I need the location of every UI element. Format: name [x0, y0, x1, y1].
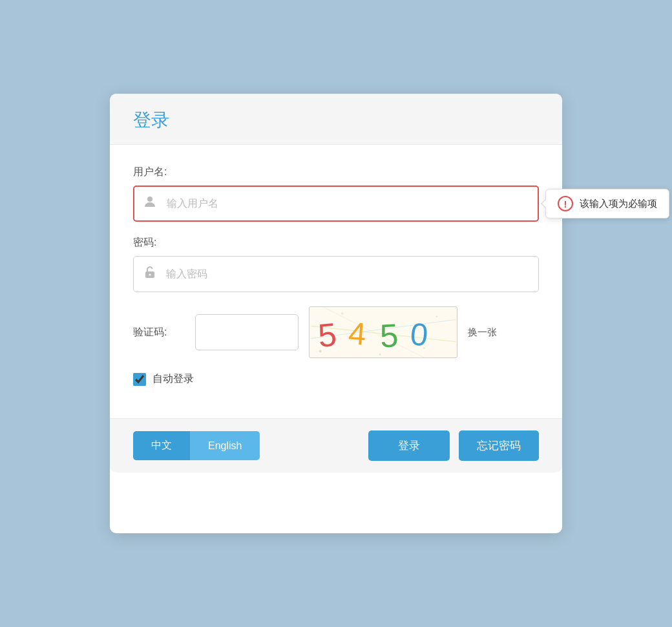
username-input[interactable] [133, 186, 539, 222]
card-header: 登录 [110, 94, 562, 145]
svg-point-8 [436, 315, 437, 317]
password-input-wrapper [133, 256, 539, 292]
svg-text:5: 5 [317, 316, 338, 354]
svg-text:4: 4 [348, 315, 368, 352]
username-tooltip-wrapper: ! 该输入项为必输项 [133, 186, 539, 222]
error-tooltip: ! 该输入项为必输项 [545, 189, 669, 218]
captcha-refresh-button[interactable]: 换一张 [468, 326, 497, 339]
login-button[interactable]: 登录 [368, 430, 450, 461]
action-group: 登录 忘记密码 [368, 430, 539, 461]
password-input[interactable] [133, 256, 539, 292]
username-input-wrapper [133, 186, 539, 222]
error-message: 该输入项为必输项 [580, 198, 657, 210]
page-title: 登录 [133, 110, 169, 130]
card-footer: 中文 English 登录 忘记密码 [110, 418, 562, 473]
captcha-image: 5 4 5 0 [309, 306, 457, 358]
login-card: 登录 用户名: ! 该输入项为必输项 [110, 94, 562, 533]
captcha-label: 验证码: [133, 326, 185, 339]
svg-text:0: 0 [409, 316, 430, 352]
auto-login-row: 自动登录 [133, 372, 539, 386]
lang-cn-button[interactable]: 中文 [133, 431, 190, 460]
username-label: 用户名: [133, 165, 539, 179]
password-group: 密码: [133, 236, 539, 292]
error-icon: ! [558, 196, 573, 211]
auto-login-label[interactable]: 自动登录 [152, 372, 194, 386]
svg-text:5: 5 [379, 317, 399, 354]
captcha-input[interactable] [195, 314, 299, 350]
lang-en-button[interactable]: English [190, 431, 260, 460]
username-group: 用户名: ! 该输入项为必输项 [133, 165, 539, 222]
auto-login-checkbox[interactable] [133, 373, 146, 386]
forgot-password-button[interactable]: 忘记密码 [459, 430, 539, 461]
card-body: 用户名: ! 该输入项为必输项 [110, 145, 562, 418]
captcha-row: 验证码: 5 [133, 306, 539, 358]
password-label: 密码: [133, 236, 539, 250]
svg-point-10 [341, 312, 344, 315]
language-switcher: 中文 English [133, 431, 260, 460]
